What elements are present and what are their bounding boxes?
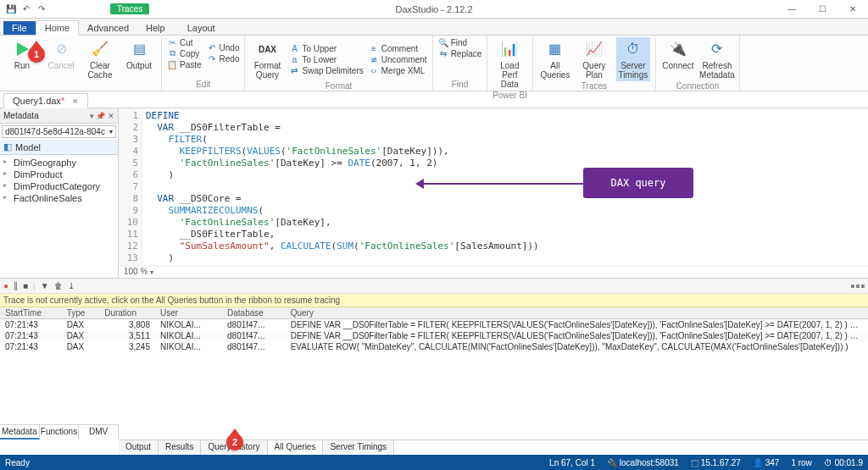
database-combo[interactable]: d801f47d-5e8d-412a-804c▾ — [2, 125, 116, 138]
output-button[interactable]: ▤ Output — [122, 37, 156, 81]
otab-output[interactable]: Output — [119, 440, 159, 455]
btab-metadata[interactable]: Metadata — [0, 425, 40, 440]
find-button[interactable]: 🔍Find — [438, 37, 482, 47]
redo-button[interactable]: ↷Redo — [207, 54, 240, 64]
status-version: ⬚ 15.1.67.27 — [691, 458, 741, 467]
status-time: ⏱ 00:01.9 — [824, 458, 863, 467]
metadata-panel: Metadata ▾ 📌 ✕ d801f47d-5e8d-412a-804c▾ … — [0, 108, 119, 278]
trace-pause-icon[interactable]: ‖ — [14, 281, 18, 290]
tab-file[interactable]: File — [3, 21, 36, 35]
annotation-marker-2: 2 — [226, 434, 243, 451]
otab-all-queries[interactable]: All Queries — [268, 440, 324, 455]
paste-icon: 📋 — [167, 59, 177, 69]
uncomment-icon: ≢ — [369, 54, 379, 64]
replace-icon: ⇆ — [438, 48, 448, 58]
to-upper-button[interactable]: ATo Upper — [289, 43, 363, 53]
ribbon: Run ⊘ Cancel 🧹 Clear Cache ▤ Output ✂Cut… — [0, 36, 868, 91]
uncomment-button[interactable]: ≢Uncomment — [369, 54, 427, 64]
status-server: 🔌 localhost:58031 — [607, 458, 679, 467]
load-perf-button[interactable]: 📊Load Perf Data — [492, 37, 526, 91]
svg-marker-0 — [17, 42, 29, 56]
document-tabstrip: Query1.dax* ✕ — [0, 91, 868, 108]
btab-dmv[interactable]: DMV — [79, 425, 119, 440]
btab-functions[interactable]: Functions — [40, 425, 80, 440]
merge-xml-button[interactable]: ‹›Merge XML — [369, 65, 427, 75]
pin-icon[interactable]: ▾ 📌 ✕ — [90, 112, 114, 120]
refresh-icon: ⟳ — [707, 39, 727, 59]
table-row[interactable]: 07:21:43DAX3,511NIKOLAI...d801f47...DEFI… — [0, 330, 868, 341]
minimize-button[interactable]: — — [776, 0, 807, 19]
table-row[interactable]: 07:21:43DAX3,245NIKOLAI...d801f47...EVAL… — [0, 341, 868, 352]
comment-button[interactable]: ≡Comment — [369, 43, 427, 53]
model-icon: ◧ — [3, 141, 12, 152]
zoom-indicator[interactable]: 100 % ▾ — [119, 266, 868, 278]
tab-home[interactable]: Home — [36, 20, 79, 36]
editor-pane: 1234567891011121314151617181920212223242… — [119, 108, 868, 278]
table-row[interactable]: 07:21:43DAX3,808NIKOLAI...d801f47...DEFI… — [0, 319, 868, 331]
save-icon[interactable]: 💾 — [5, 3, 17, 15]
table-tree: DimGeography DimProduct DimProductCatego… — [0, 155, 118, 278]
callout-arrow-line — [422, 183, 583, 185]
undo-button[interactable]: ↶Undo — [207, 43, 240, 53]
otab-server-timings[interactable]: Server Timings — [323, 440, 394, 455]
to-lower-button[interactable]: aTo Lower — [289, 54, 363, 64]
tab-layout[interactable]: Layout — [179, 21, 224, 35]
lower-icon: a — [289, 54, 299, 64]
trace-stop-icon[interactable]: ■ — [23, 281, 28, 290]
timings-icon: ⏱ — [623, 39, 643, 59]
tree-item[interactable]: DimGeography — [0, 157, 118, 169]
tab-help[interactable]: Help — [137, 21, 174, 35]
context-traces-label: Traces — [110, 3, 149, 14]
redo-small-icon: ↷ — [207, 54, 217, 64]
connect-button[interactable]: 🔌Connect — [661, 37, 695, 81]
upper-icon: A — [289, 43, 299, 53]
tree-item[interactable]: FactOnlineSales — [0, 192, 118, 204]
maximize-button[interactable]: ☐ — [807, 0, 837, 19]
connect-icon: 🔌 — [668, 39, 688, 59]
all-queries-button[interactable]: ▦All Queries — [538, 37, 572, 81]
model-node[interactable]: ◧ Model — [0, 140, 118, 155]
undo-small-icon: ↶ — [207, 43, 217, 53]
trace-export-icon[interactable]: ⤓ — [68, 281, 75, 290]
refresh-metadata-button[interactable]: ⟳Refresh Metadata — [700, 37, 734, 81]
close-tab-icon[interactable]: ✕ — [72, 97, 79, 106]
clear-cache-button[interactable]: 🧹 Clear Cache — [83, 37, 117, 81]
line-gutter: 1234567891011121314151617181920212223242… — [119, 108, 142, 266]
all-queries-icon: ▦ — [545, 39, 565, 59]
replace-button[interactable]: ⇆Replace — [438, 48, 482, 58]
comment-icon: ≡ — [369, 43, 379, 53]
server-timings-button[interactable]: ⏱Server Timings — [616, 37, 650, 81]
status-rowcount: 1 row — [791, 458, 811, 467]
document-tab-label: Query1.dax — [13, 96, 61, 106]
status-rows: 👤 347 — [753, 458, 779, 467]
redo-icon[interactable]: ↷ — [36, 3, 47, 15]
close-button[interactable]: ✕ — [837, 0, 868, 19]
trace-filter-icon[interactable]: ▼ — [41, 281, 49, 290]
trace-clear-icon[interactable]: 🗑 — [54, 281, 63, 290]
cut-button[interactable]: ✂Cut — [167, 37, 202, 47]
output-icon: ▤ — [129, 39, 149, 59]
otab-results[interactable]: Results — [159, 440, 201, 455]
tab-advanced[interactable]: Advanced — [79, 21, 137, 35]
metadata-bottom-tabs: Metadata Functions DMV — [0, 424, 119, 440]
tree-item[interactable]: DimProduct — [0, 169, 118, 180]
metadata-header: Metadata ▾ 📌 ✕ — [0, 108, 118, 124]
copy-button[interactable]: ⧉Copy — [167, 48, 202, 58]
paste-button[interactable]: 📋Paste — [167, 59, 202, 69]
ribbon-tabstrip: File Home Advanced Help Layout — [0, 19, 868, 36]
document-tab[interactable]: Query1.dax* ✕ — [3, 93, 88, 108]
code-editor[interactable]: 1234567891011121314151617181920212223242… — [119, 108, 868, 266]
format-query-button[interactable]: DAXFormat Query — [250, 37, 284, 81]
trace-warning: Trace is not currently active, click on … — [0, 294, 868, 307]
callout-arrow-head — [415, 179, 424, 189]
code-content[interactable]: DEFINE VAR __DS0FilterTable = FILTER( KE… — [142, 108, 868, 266]
tree-item[interactable]: DimProductCategory — [0, 180, 118, 192]
trace-toolbar: ● ‖ ■ | ▼ 🗑 ⤓ — [0, 279, 868, 294]
query-plan-button[interactable]: 📈Query Plan — [577, 37, 611, 81]
panel-docking-icon[interactable] — [851, 285, 865, 288]
trace-grid[interactable]: StartTimeTypeDurationUserDatabaseQuery 0… — [0, 307, 868, 422]
main-area: Metadata ▾ 📌 ✕ d801f47d-5e8d-412a-804c▾ … — [0, 108, 868, 278]
trace-record-icon[interactable]: ● — [3, 281, 8, 290]
swap-delim-button[interactable]: ⇄Swap Delimiters — [289, 65, 363, 75]
undo-icon[interactable]: ↶ — [20, 3, 32, 15]
